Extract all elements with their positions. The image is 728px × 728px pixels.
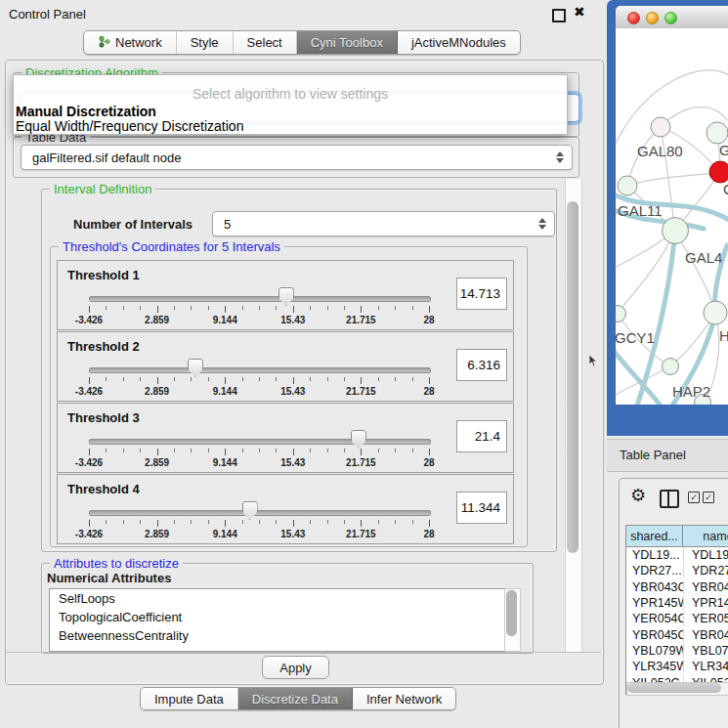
slider-tick xyxy=(412,306,413,310)
slider-thumb[interactable] xyxy=(278,287,294,306)
panel-scrollbar-thumb[interactable] xyxy=(567,201,578,553)
tab-jactivemnodules[interactable]: jActiveMNodules xyxy=(398,31,520,54)
slider-tick xyxy=(208,449,209,452)
cell-name: YBL079W xyxy=(683,644,728,658)
slider-tick xyxy=(140,377,141,381)
network-edge[interactable] xyxy=(627,173,720,186)
network-node-gal4[interactable] xyxy=(663,218,689,244)
network-canvas[interactable]: GAL80GACGAL11GAL4GCY1HHAP2 xyxy=(616,28,728,405)
slider-thumb[interactable] xyxy=(242,501,258,520)
attribute-item-betweennesscentrality[interactable]: BetweennessCentrality xyxy=(50,626,505,645)
cell-name: YLR345W xyxy=(683,660,728,673)
mac-close-icon[interactable] xyxy=(627,12,640,24)
table-data-combobox[interactable]: galFiltered.sif default node xyxy=(21,145,573,170)
gear-icon[interactable]: ⚙ xyxy=(630,485,646,506)
slider-track[interactable] xyxy=(89,510,431,516)
network-edge[interactable] xyxy=(675,231,715,313)
close-icon[interactable]: ✖ xyxy=(574,4,585,20)
slider-tick xyxy=(361,449,362,455)
bottom-tab-strip: Impute DataDiscretize DataInfer Network xyxy=(140,687,456,710)
slider-track[interactable] xyxy=(89,367,431,373)
checkbox-icon[interactable]: ✓ xyxy=(703,492,714,503)
attributes-scrollbar[interactable] xyxy=(504,588,521,652)
tab-select[interactable]: Select xyxy=(234,31,297,54)
network-node-gal80[interactable] xyxy=(651,117,670,137)
slider-tick xyxy=(395,520,396,524)
mac-minimize-icon[interactable] xyxy=(646,12,659,24)
algorithm-option-manual-discretization[interactable]: Manual Discretization xyxy=(16,104,563,119)
table-row[interactable]: YDR27...YDR27... xyxy=(626,563,728,578)
network-node-g[interactable] xyxy=(707,122,728,144)
tab-impute-data[interactable]: Impute Data xyxy=(141,688,238,709)
network-edge[interactable] xyxy=(637,231,675,405)
slider-thumb[interactable] xyxy=(188,359,203,377)
threshold-value-field[interactable]: 14.713 xyxy=(456,278,507,310)
network-window: GAL80GACGAL11GAL4GCY1HHAP2 xyxy=(607,0,728,436)
slider-tick xyxy=(106,520,107,524)
slider-tick xyxy=(361,377,362,384)
slider-scale-label: 2.859 xyxy=(136,529,179,539)
table-row[interactable]: YPR145WYPR145W xyxy=(626,595,728,611)
threshold-value-field[interactable]: 6.316 xyxy=(456,349,507,381)
attribute-item-selfloops[interactable]: SelfLoops xyxy=(50,589,505,608)
split-columns-icon[interactable] xyxy=(660,490,679,508)
screenshot-root: Control Panel ✖ NetworkStyleSelectCyni T… xyxy=(0,0,728,728)
table-horizontal-scrollbar-thumb[interactable] xyxy=(627,683,721,693)
network-edge[interactable] xyxy=(672,245,727,405)
node-label-gal11: GAL11 xyxy=(618,202,663,219)
column-header-shared[interactable]: shared... xyxy=(626,526,683,547)
numerical-attributes-header: Numerical Attributes xyxy=(47,571,171,585)
slider-tick xyxy=(361,520,362,527)
number-of-intervals-label: Number of Intervals xyxy=(73,217,193,232)
table-row[interactable]: YBR045CYBR045C xyxy=(626,626,728,642)
tab-infer-network[interactable]: Infer Network xyxy=(353,688,455,709)
slider-tick xyxy=(259,306,260,310)
checkbox-icon[interactable]: ✓ xyxy=(688,492,700,503)
cell-shared-name: YBL079W xyxy=(626,644,683,658)
tab-network[interactable]: Network xyxy=(84,31,177,54)
float-window-icon[interactable] xyxy=(552,9,566,22)
apply-button[interactable]: Apply xyxy=(262,656,329,679)
table-row[interactable]: YBR043CYBR043C xyxy=(626,579,728,595)
slider-track[interactable] xyxy=(89,439,431,445)
tab-style[interactable]: Style xyxy=(177,31,234,54)
number-of-intervals-combobox[interactable]: 5 xyxy=(212,211,555,236)
slider-track[interactable] xyxy=(89,296,431,302)
tab-cyni-toolbox[interactable]: Cyni Toolbox xyxy=(297,31,398,54)
algorithm-option-equal-width-frequency-discretization[interactable]: Equal Width/Frequency Discretization xyxy=(16,118,563,134)
attribute-item-topologicalcoefficient[interactable]: TopologicalCoefficient xyxy=(50,608,505,626)
slider-scale-label: 9.144 xyxy=(203,457,246,468)
threshold-value-field[interactable]: 21.4 xyxy=(456,420,507,452)
control-panel-title: Control Panel xyxy=(9,7,86,21)
node-table: shared... name YDL19...YDL19...YDR27...Y… xyxy=(625,525,728,695)
attributes-group-title: Attributes to discretize xyxy=(50,556,183,571)
slider-thumb[interactable] xyxy=(351,430,366,449)
table-row[interactable]: YBL079WYBL079W xyxy=(626,643,728,659)
attributes-scrollbar-thumb[interactable] xyxy=(506,590,517,636)
numerical-attributes-list[interactable]: SelfLoopsTopologicalCoefficientBetweenne… xyxy=(49,588,506,652)
mac-zoom-icon[interactable] xyxy=(664,12,677,24)
slider-tick xyxy=(140,449,141,452)
panel-scrollbar[interactable] xyxy=(565,179,582,652)
network-node-gal11[interactable] xyxy=(618,176,637,195)
threshold-row-2: Threshold 2-3.4262.8599.14415.4321.71528… xyxy=(57,331,514,402)
slider-scale-label: 15.43 xyxy=(272,315,315,325)
network-node-gcy1[interactable] xyxy=(616,306,626,322)
table-row[interactable]: YLR345WYLR345W xyxy=(626,659,728,674)
tab-discretize-data[interactable]: Discretize Data xyxy=(238,688,353,709)
slider-tick xyxy=(157,377,158,384)
slider-tick xyxy=(174,377,175,381)
table-row[interactable]: YDL19...YDL19... xyxy=(626,547,728,563)
slider-scale-label: 9.144 xyxy=(203,315,246,325)
slider-tick xyxy=(242,449,243,452)
slider-tick xyxy=(344,377,345,381)
network-node-hap2[interactable] xyxy=(663,359,679,375)
table-row[interactable]: YER054CYER054C xyxy=(626,611,728,626)
threshold-value-field[interactable]: 11.344 xyxy=(456,492,507,524)
column-header-name[interactable]: name xyxy=(683,526,728,547)
network-node-c[interactable] xyxy=(709,161,728,183)
table-data-combobox-value: galFiltered.sif default node xyxy=(21,150,555,165)
threshold-row-4: Threshold 4-3.4262.8599.14415.4321.71528… xyxy=(57,474,514,544)
slider-tick xyxy=(242,377,243,381)
network-node-h[interactable] xyxy=(704,301,727,324)
